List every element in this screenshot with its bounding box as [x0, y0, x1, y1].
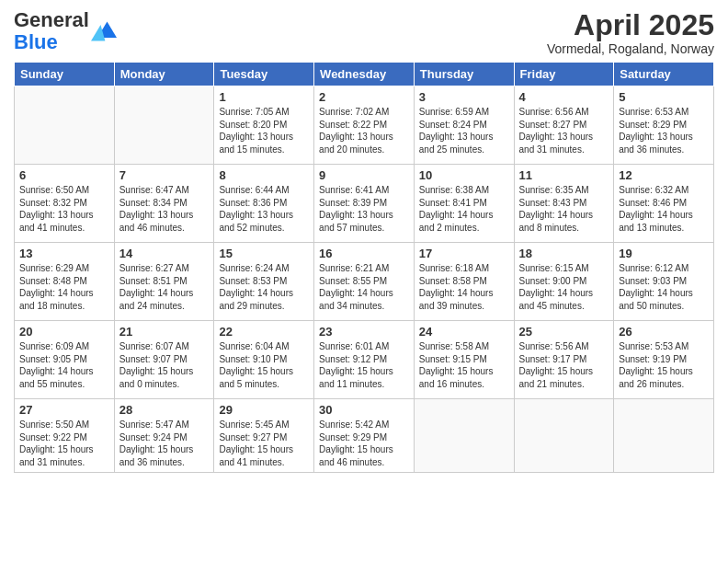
page: General Blue April 2025 Vormedal, Rogala… [0, 0, 728, 563]
calendar-cell: 29Sunrise: 5:45 AM Sunset: 9:27 PM Dayli… [214, 399, 314, 473]
calendar-cell: 14Sunrise: 6:27 AM Sunset: 8:51 PM Dayli… [114, 243, 214, 321]
day-info: Sunrise: 6:01 AM Sunset: 9:12 PM Dayligh… [319, 340, 409, 390]
day-info: Sunrise: 5:53 AM Sunset: 9:19 PM Dayligh… [619, 340, 709, 390]
calendar-cell: 20Sunrise: 6:09 AM Sunset: 9:05 PM Dayli… [15, 321, 115, 399]
day-number: 15 [219, 247, 309, 260]
day-info: Sunrise: 6:29 AM Sunset: 8:48 PM Dayligh… [19, 262, 109, 312]
day-info: Sunrise: 6:59 AM Sunset: 8:24 PM Dayligh… [419, 106, 509, 155]
day-info: Sunrise: 6:18 AM Sunset: 8:58 PM Dayligh… [419, 262, 509, 312]
day-info: Sunrise: 5:45 AM Sunset: 9:27 PM Dayligh… [219, 419, 309, 468]
day-number: 7 [119, 168, 210, 182]
day-number: 6 [19, 168, 109, 182]
calendar-week-row: 20Sunrise: 6:09 AM Sunset: 9:05 PM Dayli… [15, 321, 714, 399]
calendar-cell: 17Sunrise: 6:18 AM Sunset: 8:58 PM Dayli… [414, 243, 514, 321]
logo-blue-text: Blue [14, 30, 58, 53]
calendar-cell: 11Sunrise: 6:35 AM Sunset: 8:43 PM Dayli… [514, 165, 614, 243]
day-number: 19 [619, 247, 709, 260]
calendar-week-row: 1Sunrise: 7:05 AM Sunset: 8:20 PM Daylig… [15, 86, 714, 165]
calendar-cell: 8Sunrise: 6:44 AM Sunset: 8:36 PM Daylig… [214, 165, 314, 243]
day-info: Sunrise: 6:09 AM Sunset: 9:05 PM Dayligh… [19, 340, 109, 390]
calendar-header-tuesday: Tuesday [214, 63, 314, 86]
day-number: 30 [319, 403, 409, 417]
day-info: Sunrise: 6:15 AM Sunset: 9:00 PM Dayligh… [519, 262, 609, 312]
calendar-header-friday: Friday [514, 63, 614, 86]
calendar-cell: 12Sunrise: 6:32 AM Sunset: 8:46 PM Dayli… [614, 165, 714, 243]
header: General Blue April 2025 Vormedal, Rogala… [14, 9, 714, 56]
calendar-cell: 25Sunrise: 5:56 AM Sunset: 9:17 PM Dayli… [514, 321, 614, 399]
day-number: 23 [319, 325, 409, 339]
logo-icon [91, 18, 117, 44]
calendar-cell: 30Sunrise: 5:42 AM Sunset: 9:29 PM Dayli… [314, 399, 415, 473]
calendar-cell [15, 86, 115, 165]
day-number: 25 [519, 325, 609, 339]
day-info: Sunrise: 6:35 AM Sunset: 8:43 PM Dayligh… [519, 184, 609, 234]
calendar-cell: 2Sunrise: 7:02 AM Sunset: 8:22 PM Daylig… [314, 86, 415, 165]
calendar-header-saturday: Saturday [614, 63, 714, 86]
day-number: 11 [519, 168, 609, 182]
day-info: Sunrise: 5:58 AM Sunset: 9:15 PM Dayligh… [419, 340, 509, 390]
day-number: 17 [419, 247, 509, 260]
day-number: 10 [419, 168, 509, 182]
day-info: Sunrise: 6:47 AM Sunset: 8:34 PM Dayligh… [119, 184, 210, 234]
day-info: Sunrise: 6:56 AM Sunset: 8:27 PM Dayligh… [519, 106, 609, 155]
day-info: Sunrise: 6:12 AM Sunset: 9:03 PM Dayligh… [619, 262, 709, 312]
day-info: Sunrise: 6:27 AM Sunset: 8:51 PM Dayligh… [119, 262, 210, 312]
day-number: 9 [319, 168, 409, 182]
day-info: Sunrise: 6:41 AM Sunset: 8:39 PM Dayligh… [319, 184, 409, 234]
day-info: Sunrise: 6:04 AM Sunset: 9:10 PM Dayligh… [219, 340, 309, 390]
day-number: 22 [219, 325, 309, 339]
day-info: Sunrise: 5:42 AM Sunset: 9:29 PM Dayligh… [319, 419, 409, 468]
calendar-header-thursday: Thursday [414, 63, 514, 86]
calendar-header-sunday: Sunday [15, 63, 115, 86]
title-block: April 2025 Vormedal, Rogaland, Norway [547, 9, 714, 56]
day-info: Sunrise: 6:32 AM Sunset: 8:46 PM Dayligh… [619, 184, 709, 234]
calendar-cell: 9Sunrise: 6:41 AM Sunset: 8:39 PM Daylig… [314, 165, 415, 243]
day-number: 5 [619, 90, 709, 104]
calendar-week-row: 27Sunrise: 5:50 AM Sunset: 9:22 PM Dayli… [15, 399, 714, 473]
day-number: 3 [419, 90, 509, 104]
day-number: 20 [19, 325, 109, 339]
calendar-cell: 22Sunrise: 6:04 AM Sunset: 9:10 PM Dayli… [214, 321, 314, 399]
calendar-cell: 18Sunrise: 6:15 AM Sunset: 9:00 PM Dayli… [514, 243, 614, 321]
calendar-cell: 7Sunrise: 6:47 AM Sunset: 8:34 PM Daylig… [114, 165, 214, 243]
calendar-header-wednesday: Wednesday [314, 63, 415, 86]
day-info: Sunrise: 6:21 AM Sunset: 8:55 PM Dayligh… [319, 262, 409, 312]
day-number: 28 [119, 403, 210, 417]
calendar-cell: 28Sunrise: 5:47 AM Sunset: 9:24 PM Dayli… [114, 399, 214, 473]
calendar-cell: 23Sunrise: 6:01 AM Sunset: 9:12 PM Dayli… [314, 321, 415, 399]
calendar-cell [614, 399, 714, 473]
calendar-cell: 4Sunrise: 6:56 AM Sunset: 8:27 PM Daylig… [514, 86, 614, 165]
day-number: 12 [619, 168, 709, 182]
calendar-cell: 21Sunrise: 6:07 AM Sunset: 9:07 PM Dayli… [114, 321, 214, 399]
calendar-cell: 19Sunrise: 6:12 AM Sunset: 9:03 PM Dayli… [614, 243, 714, 321]
calendar-cell [514, 399, 614, 473]
logo-general-text: General [14, 8, 89, 31]
day-info: Sunrise: 6:07 AM Sunset: 9:07 PM Dayligh… [119, 340, 210, 390]
day-number: 1 [219, 90, 309, 104]
day-info: Sunrise: 6:50 AM Sunset: 8:32 PM Dayligh… [19, 184, 109, 234]
calendar-cell: 1Sunrise: 7:05 AM Sunset: 8:20 PM Daylig… [214, 86, 314, 165]
day-info: Sunrise: 6:38 AM Sunset: 8:41 PM Dayligh… [419, 184, 509, 234]
calendar-header-row: SundayMondayTuesdayWednesdayThursdayFrid… [15, 63, 714, 86]
day-number: 26 [619, 325, 709, 339]
calendar-cell: 16Sunrise: 6:21 AM Sunset: 8:55 PM Dayli… [314, 243, 415, 321]
day-info: Sunrise: 6:44 AM Sunset: 8:36 PM Dayligh… [219, 184, 309, 234]
calendar-cell: 10Sunrise: 6:38 AM Sunset: 8:41 PM Dayli… [414, 165, 514, 243]
calendar-cell: 27Sunrise: 5:50 AM Sunset: 9:22 PM Dayli… [15, 399, 115, 473]
subtitle: Vormedal, Rogaland, Norway [547, 41, 714, 56]
calendar-week-row: 13Sunrise: 6:29 AM Sunset: 8:48 PM Dayli… [15, 243, 714, 321]
day-number: 29 [219, 403, 309, 417]
day-info: Sunrise: 6:53 AM Sunset: 8:29 PM Dayligh… [619, 106, 709, 155]
day-number: 27 [19, 403, 109, 417]
calendar-cell: 3Sunrise: 6:59 AM Sunset: 8:24 PM Daylig… [414, 86, 514, 165]
day-number: 24 [419, 325, 509, 339]
calendar-cell: 24Sunrise: 5:58 AM Sunset: 9:15 PM Dayli… [414, 321, 514, 399]
calendar-cell: 15Sunrise: 6:24 AM Sunset: 8:53 PM Dayli… [214, 243, 314, 321]
calendar-cell: 26Sunrise: 5:53 AM Sunset: 9:19 PM Dayli… [614, 321, 714, 399]
day-info: Sunrise: 5:50 AM Sunset: 9:22 PM Dayligh… [19, 419, 109, 468]
day-number: 21 [119, 325, 210, 339]
calendar-cell: 13Sunrise: 6:29 AM Sunset: 8:48 PM Dayli… [15, 243, 115, 321]
calendar-table: SundayMondayTuesdayWednesdayThursdayFrid… [14, 62, 714, 473]
day-number: 4 [519, 90, 609, 104]
calendar-week-row: 6Sunrise: 6:50 AM Sunset: 8:32 PM Daylig… [15, 165, 714, 243]
